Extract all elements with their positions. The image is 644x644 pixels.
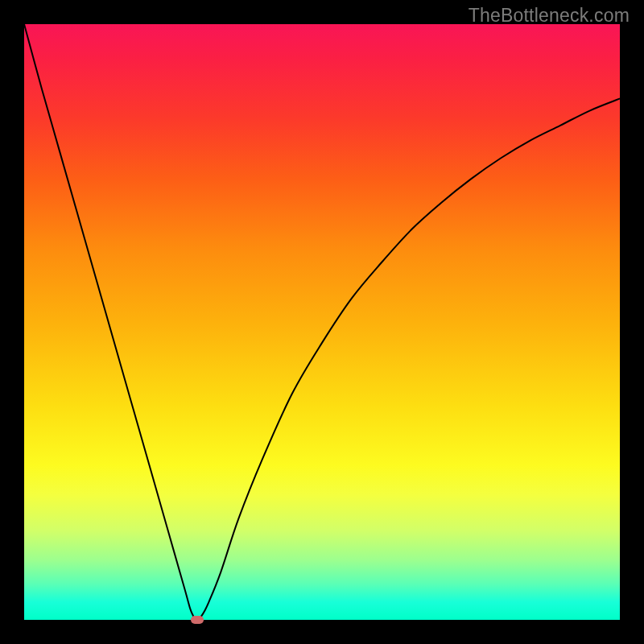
bottleneck-curve — [24, 24, 620, 620]
chart-frame: TheBottleneck.com — [0, 0, 644, 644]
plot-area — [24, 24, 620, 620]
watermark-text: TheBottleneck.com — [469, 5, 630, 27]
bottleneck-marker — [191, 616, 204, 624]
curve-line — [24, 24, 620, 620]
